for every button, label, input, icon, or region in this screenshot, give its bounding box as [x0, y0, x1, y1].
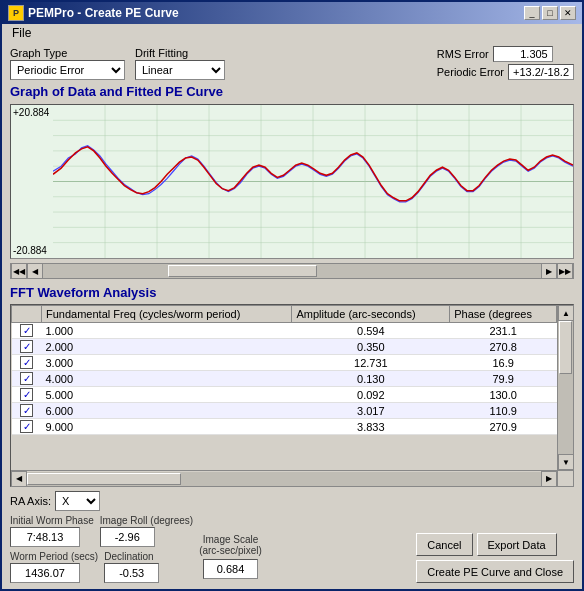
row-amplitude: 12.731: [292, 355, 450, 371]
row-checkbox-cell[interactable]: ✓: [12, 355, 42, 371]
title-buttons: _ □ ✕: [524, 6, 576, 20]
row-checkbox[interactable]: ✓: [20, 324, 33, 337]
fft-h-scroll-track[interactable]: [27, 472, 541, 486]
row-phase: 110.9: [450, 403, 557, 419]
row-phase: 130.0: [450, 387, 557, 403]
fft-scroll-thumb[interactable]: [559, 321, 572, 374]
fft-h-scroll-left[interactable]: ◀: [11, 471, 27, 487]
row-checkbox[interactable]: ✓: [20, 372, 33, 385]
fft-h-scroll-right[interactable]: ▶: [541, 471, 557, 487]
row-checkbox[interactable]: ✓: [20, 420, 33, 433]
col-amp: Amplitude (arc-seconds): [292, 306, 450, 323]
close-button[interactable]: ✕: [560, 6, 576, 20]
image-roll-input[interactable]: [100, 527, 155, 547]
row-freq: 4.000: [42, 371, 292, 387]
cancel-button[interactable]: Cancel: [416, 533, 472, 556]
title-bar-left: P PEMPro - Create PE Curve: [8, 5, 179, 21]
graph-scroll-thumb[interactable]: [168, 265, 317, 277]
ra-axis-row: RA Axis: X Y: [10, 491, 574, 511]
create-pe-curve-button[interactable]: Create PE Curve and Close: [416, 560, 574, 583]
main-content: Graph Type Periodic Error Drift Fitting …: [2, 42, 582, 589]
menu-bar: File: [2, 24, 582, 42]
row-freq: 5.000: [42, 387, 292, 403]
fft-scrollbar[interactable]: ▲ ▼: [557, 305, 573, 470]
initial-worm-phase-group: Initial Worm Phase: [10, 515, 94, 547]
minimize-button[interactable]: _: [524, 6, 540, 20]
declination-group: Declination: [104, 551, 159, 583]
graph-scroll-left[interactable]: ◀: [27, 263, 43, 279]
table-row: ✓ 6.000 3.017 110.9: [12, 403, 557, 419]
row-freq: 3.000: [42, 355, 292, 371]
row-checkbox[interactable]: ✓: [20, 404, 33, 417]
row-amplitude: 3.833: [292, 419, 450, 435]
initial-worm-phase-label: Initial Worm Phase: [10, 515, 94, 526]
initial-worm-phase-input[interactable]: [10, 527, 80, 547]
row-freq: 1.000: [42, 323, 292, 339]
maximize-button[interactable]: □: [542, 6, 558, 20]
row-phase: 16.9: [450, 355, 557, 371]
row-phase: 231.1: [450, 323, 557, 339]
graph-scroll-left-end[interactable]: ◀◀: [11, 263, 27, 279]
fft-scroll-track[interactable]: [558, 321, 573, 454]
fft-scroll-down[interactable]: ▼: [558, 454, 573, 470]
fft-table-wrapper: Fundamental Freq (cycles/worm period) Am…: [10, 304, 574, 487]
row-checkbox[interactable]: ✓: [20, 340, 33, 353]
table-row: ✓ 3.000 12.731 16.9: [12, 355, 557, 371]
worm-period-group: Worm Period (secs): [10, 551, 98, 583]
periodic-error-label: Periodic Error: [437, 66, 504, 78]
graph-title: Graph of Data and Fitted PE Curve: [10, 84, 574, 99]
graph-type-group: Graph Type Periodic Error: [10, 47, 125, 80]
fft-h-scroll-thumb[interactable]: [27, 473, 181, 485]
table-row: ✓ 9.000 3.833 270.9: [12, 419, 557, 435]
graph-type-select[interactable]: Periodic Error: [10, 60, 125, 80]
fft-table: Fundamental Freq (cycles/worm period) Am…: [11, 305, 557, 435]
row-checkbox[interactable]: ✓: [20, 388, 33, 401]
buttons-col: Cancel Export Data Create PE Curve and C…: [416, 533, 574, 583]
row-checkbox[interactable]: ✓: [20, 356, 33, 369]
ra-axis-label: RA Axis:: [10, 495, 51, 507]
row-checkbox-cell[interactable]: ✓: [12, 339, 42, 355]
worm-period-input[interactable]: [10, 563, 80, 583]
row-checkbox-cell[interactable]: ✓: [12, 323, 42, 339]
y-max-label: +20.884: [13, 107, 51, 118]
declination-input[interactable]: [104, 563, 159, 583]
graph-svg: [53, 105, 573, 259]
title-bar: P PEMPro - Create PE Curve _ □ ✕: [2, 2, 582, 24]
fft-scroll-up[interactable]: ▲: [558, 305, 573, 321]
row-freq: 2.000: [42, 339, 292, 355]
graph-scroll-right[interactable]: ▶: [541, 263, 557, 279]
row-amplitude: 3.017: [292, 403, 450, 419]
row-freq: 6.000: [42, 403, 292, 419]
drift-fitting-group: Drift Fitting Linear: [135, 47, 225, 80]
drift-fitting-label: Drift Fitting: [135, 47, 225, 59]
periodic-error-value: +13.2/-18.2: [508, 64, 574, 80]
graph-scrollbar[interactable]: ◀◀ ◀ ▶ ▶▶: [10, 263, 574, 279]
graph-scroll-track[interactable]: [43, 264, 541, 278]
image-scale-group: Image Scale(arc-sec/pixel): [199, 534, 262, 579]
graph-scroll-right-end[interactable]: ▶▶: [557, 263, 573, 279]
table-row: ✓ 1.000 0.594 231.1: [12, 323, 557, 339]
row-checkbox-cell[interactable]: ✓: [12, 419, 42, 435]
row-checkbox-cell[interactable]: ✓: [12, 403, 42, 419]
row-amplitude: 0.092: [292, 387, 450, 403]
row-checkbox-cell[interactable]: ✓: [12, 387, 42, 403]
declination-label: Declination: [104, 551, 159, 562]
image-roll-label: Image Roll (degrees): [100, 515, 193, 526]
main-window: P PEMPro - Create PE Curve _ □ ✕ File Gr…: [0, 0, 584, 591]
image-scale-input[interactable]: [203, 559, 258, 579]
drift-fitting-select[interactable]: Linear: [135, 60, 225, 80]
worm-period-label: Worm Period (secs): [10, 551, 98, 562]
fft-h-scrollbar[interactable]: ◀ ▶: [11, 470, 573, 486]
export-data-button[interactable]: Export Data: [477, 533, 557, 556]
row-amplitude: 0.594: [292, 323, 450, 339]
row-phase: 270.8: [450, 339, 557, 355]
col-phase: Phase (degrees: [450, 306, 557, 323]
error-panel: RMS Error 1.305 Periodic Error +13.2/-18…: [437, 46, 574, 80]
window-title: PEMPro - Create PE Curve: [28, 6, 179, 20]
row-checkbox-cell[interactable]: ✓: [12, 371, 42, 387]
file-menu[interactable]: File: [6, 24, 37, 42]
rms-error-value: 1.305: [493, 46, 553, 62]
image-scale-label: Image Scale(arc-sec/pixel): [199, 534, 262, 556]
periodic-error-row: Periodic Error +13.2/-18.2: [437, 64, 574, 80]
ra-axis-select[interactable]: X Y: [55, 491, 100, 511]
